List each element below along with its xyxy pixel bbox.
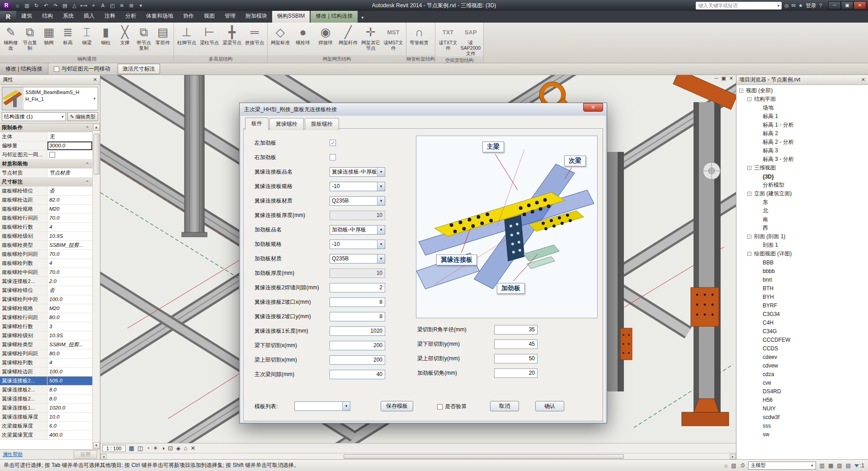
field-control[interactable]: 1020 — [330, 326, 385, 336]
ribbon-button[interactable]: ⊥柱脚节点 — [175, 24, 198, 46]
property-value[interactable]: 4 — [47, 259, 92, 268]
property-value[interactable]: 70.0 — [47, 268, 92, 277]
field-control[interactable]: -10 — [330, 240, 385, 249]
dialog-tab[interactable]: 腹板螺栓 — [305, 118, 339, 130]
horizontal-scrollbar[interactable]: ◂ ▸ — [100, 453, 736, 459]
exclude-options-icon[interactable]: ▥ — [820, 462, 825, 469]
ribbon-button[interactable]: ═拼接节点 — [243, 24, 266, 46]
ribbon-button[interactable]: ▤零部件 — [153, 24, 172, 46]
property-value[interactable]: 否 — [47, 286, 92, 295]
property-value[interactable]: 505.0 — [47, 377, 92, 385]
tree-item[interactable]: - 三维视图 — [736, 164, 868, 172]
expand-icon[interactable] — [756, 200, 760, 204]
property-value[interactable]: SSBIM_扭剪... — [47, 241, 92, 250]
tree-item[interactable]: - 结构平面 — [736, 95, 868, 104]
property-row[interactable]: 翼缘连接板2... 2.0 — [0, 277, 92, 286]
application-menu-button[interactable]: R — [0, 11, 16, 23]
property-row[interactable]: 腹板螺栓中间距 70.0 — [0, 268, 92, 277]
property-row[interactable]: 翼缘螺栓列数 4 — [0, 358, 92, 367]
property-value[interactable] — [47, 151, 92, 159]
ribbon-button[interactable]: ⧉节点复制 — [20, 24, 39, 52]
property-row[interactable]: 与邻近图元一同... — [0, 151, 92, 160]
tree-item[interactable]: 标高 2 — [736, 129, 868, 138]
tree-item[interactable]: cdza — [736, 370, 868, 378]
expand-icon[interactable] — [756, 295, 760, 299]
property-row[interactable]: 腹板螺栓列数 4 — [0, 259, 92, 268]
tree-item[interactable]: - 绘图视图 (详图) — [736, 250, 868, 258]
scroll-left-icon[interactable]: ◂ — [100, 454, 107, 459]
qat-icon[interactable]: ↶ — [41, 0, 51, 11]
field-control[interactable] — [330, 153, 385, 162]
field-control[interactable]: 8 — [330, 297, 385, 307]
worksets-icon[interactable]: ⌂ — [724, 462, 727, 469]
ribbon-tab[interactable]: 附加模块 — [241, 10, 272, 23]
tree-item[interactable]: BBB — [736, 258, 868, 267]
property-row[interactable]: 翼缘螺栓类型 SSBIM_扭剪... — [0, 340, 92, 349]
field-control[interactable]: 50 — [494, 354, 538, 363]
property-value[interactable]: 70.0 — [47, 250, 92, 259]
scrollbar-track[interactable] — [107, 454, 730, 459]
tree-item[interactable]: - 剖面 (剖面 1) — [736, 232, 868, 241]
design-options-select[interactable]: 主模型 ▾ — [748, 462, 816, 470]
tree-item[interactable]: H56 — [736, 396, 868, 404]
ribbon-tab[interactable]: 视图 — [199, 10, 220, 23]
view-control-icon[interactable]: ◫ — [137, 445, 143, 452]
close-icon[interactable]: ✕ — [861, 77, 865, 83]
tree-item[interactable]: 南 — [736, 215, 868, 224]
field-control[interactable]: 200 — [330, 341, 385, 350]
expand-icon[interactable] — [756, 415, 760, 419]
property-value[interactable]: 6.0 — [47, 422, 92, 430]
expand-icon[interactable] — [756, 157, 760, 161]
expand-icon[interactable] — [756, 286, 760, 290]
property-row[interactable]: 腹板螺栓行间距 70.0 — [0, 214, 92, 223]
tree-item[interactable]: cdvew — [736, 361, 868, 370]
expand-icon[interactable] — [756, 389, 760, 393]
property-row[interactable]: 腹板螺栓行数 4 — [0, 223, 92, 232]
mail-icon[interactable]: ✉ — [792, 3, 796, 9]
tree-item[interactable]: 剖面 1 — [736, 241, 868, 250]
dialog-tab[interactable]: 翼缘螺栓 — [269, 118, 304, 130]
ribbon-tab[interactable]: 插入 — [79, 10, 99, 23]
ribbon-button[interactable]: SAP读SAP2000文件 — [459, 24, 482, 57]
editing-requests-icon[interactable]: ▨ — [731, 462, 736, 469]
expand-icon[interactable] — [756, 243, 760, 247]
search-icon[interactable]: ▾ — [777, 3, 779, 8]
tree-item[interactable]: CCCDFEW — [736, 335, 868, 344]
property-value[interactable]: 10.9S — [47, 232, 92, 240]
expand-icon[interactable] — [756, 320, 760, 325]
field-control[interactable]: 20 — [494, 368, 538, 378]
ribbon-tab[interactable]: 管理 — [220, 10, 241, 23]
property-value[interactable]: 82.0 — [47, 196, 92, 204]
expand-icon[interactable]: - — [747, 166, 751, 170]
property-value[interactable]: 80.0 — [47, 313, 92, 322]
tree-item[interactable]: 标高 2 - 分析 — [736, 138, 868, 146]
expand-icon[interactable] — [756, 217, 760, 221]
type-selector[interactable]: SSBIM_BeamBeamS_H H_Fix_1 ▾ — [2, 87, 98, 110]
property-value[interactable]: 8.0 — [47, 386, 92, 394]
field-control[interactable]: Q235B — [330, 196, 385, 206]
field-control[interactable]: -10 — [330, 182, 385, 191]
tree-item[interactable]: bbbb — [736, 267, 868, 275]
property-row[interactable]: 主体 无 — [0, 132, 92, 141]
scale-button[interactable]: 1 : 100 — [102, 445, 126, 452]
ribbon-state-toggle-icon[interactable]: ▾ — [358, 15, 367, 23]
field-control[interactable]: 35 — [494, 325, 538, 334]
scroll-right-icon[interactable]: ▸ — [730, 454, 736, 459]
tree-item[interactable]: 标高 1 — [736, 112, 868, 121]
view-control-icon[interactable]: ◈ — [176, 445, 181, 452]
property-row[interactable]: 翼缘螺栓行间距 80.0 — [0, 313, 92, 322]
property-row[interactable]: 翼缘螺栓错位 否 — [0, 286, 92, 295]
tree-item[interactable]: - 视图 (全部) — [736, 86, 868, 95]
ribbon-button[interactable]: MST读MST文件 — [382, 24, 405, 52]
template-list-select[interactable] — [294, 401, 350, 411]
property-row[interactable]: 腹板螺栓级别 10.9S — [0, 232, 92, 241]
select-toggle-icon[interactable]: ▤ — [846, 462, 851, 469]
qat-icon[interactable]: A — [98, 0, 108, 11]
field-control[interactable] — [330, 138, 385, 148]
field-control[interactable]: 40 — [330, 370, 385, 379]
tree-item[interactable]: scdw3f — [736, 413, 868, 421]
ribbon-button[interactable]: ▦轴网 — [39, 24, 58, 46]
expand-icon[interactable]: - — [747, 97, 751, 101]
edit-type-button[interactable]: ✎ 编辑类型 — [67, 112, 98, 121]
app-icon[interactable]: R — [2, 1, 11, 9]
